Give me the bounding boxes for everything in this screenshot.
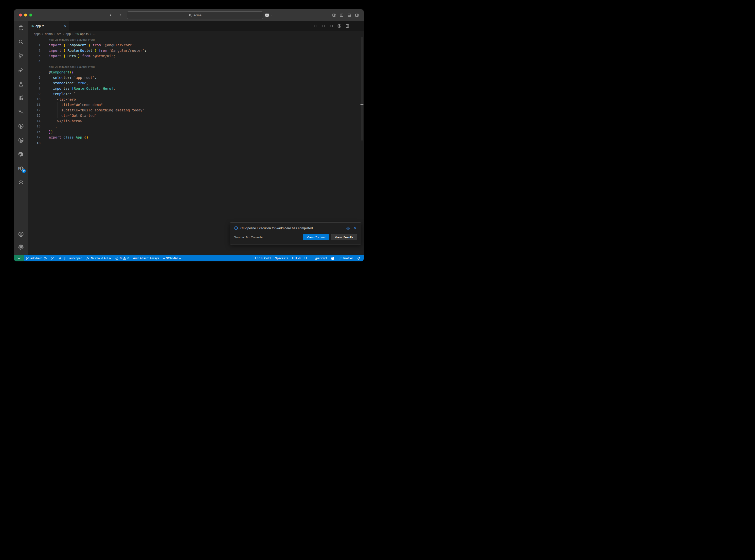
code-line-9[interactable]: 9 template: ` — [28, 91, 360, 97]
toggle-primary-sidebar-icon[interactable] — [339, 13, 344, 17]
blame-annotation[interactable]: You, 26 minutes ago | 1 author (You) — [28, 37, 360, 42]
breadcrumb-separator: › — [42, 32, 43, 36]
view-results-button[interactable]: View Results — [331, 234, 357, 240]
circle-dash-icon[interactable] — [321, 24, 326, 28]
status-item-commit-graph[interactable] — [49, 255, 56, 261]
double-check-icon — [339, 257, 342, 260]
activity-item-edge-tools[interactable] — [14, 147, 28, 161]
customize-layout-icon[interactable] — [332, 13, 336, 17]
tab-label: app.ts — [36, 24, 44, 28]
close-window-button[interactable] — [19, 14, 22, 17]
code-line-3[interactable]: 3import { Hero } from '@acme/ui'; — [28, 53, 360, 59]
zoom-window-button[interactable] — [29, 14, 32, 17]
git-branch-icon — [26, 257, 29, 260]
activity-item-nx-console[interactable]: N❯2 — [14, 161, 28, 175]
blame-annotation[interactable]: You, 26 minutes ago | 1 author (You) — [28, 64, 360, 69]
code-line-12[interactable]: 12 subtitle="Build something amazing tod… — [28, 107, 360, 113]
code-line-8[interactable]: 8 imports: [RouterOutlet, Hero], — [28, 86, 360, 91]
status-item-launchpad[interactable]: Launchpad — [56, 255, 84, 261]
circle-arrow-right-icon[interactable] — [330, 24, 334, 28]
tab-app-ts[interactable]: TS app.ts × — [28, 21, 69, 31]
rocket-icon — [58, 257, 62, 260]
code-line-2[interactable]: 2import { RouterOutlet } from '@angular/… — [28, 48, 360, 53]
typescript-file-icon: TS — [30, 24, 34, 27]
code-line-6[interactable]: 6 selector: 'app-root', — [28, 75, 360, 80]
activity-item-commit-graph[interactable] — [14, 119, 28, 133]
toggle-secondary-sidebar-icon[interactable] — [355, 13, 359, 17]
notification-close-icon[interactable] — [353, 226, 357, 230]
line-number: 16 — [28, 129, 40, 135]
status-item-nx-cloud-ai-fix[interactable]: Nx Cloud AI Fix — [84, 255, 113, 261]
code-line-1[interactable]: 1import { Component } from '@angular/cor… — [28, 42, 360, 48]
commit-graph-circle-icon[interactable] — [337, 24, 341, 28]
activity-item-search[interactable] — [14, 35, 28, 49]
command-center-search[interactable]: acme — [127, 11, 263, 19]
breadcrumb-separator: › — [54, 32, 55, 36]
code-line-15[interactable]: 15 `, — [28, 124, 360, 129]
activity-item-source-control[interactable] — [14, 49, 28, 63]
activity-item-settings-gear[interactable] — [14, 241, 28, 253]
status-item-notifications[interactable] — [355, 255, 362, 261]
status-item-copilot[interactable] — [329, 255, 337, 261]
code-text: @Component({ — [49, 69, 74, 75]
code-line-17[interactable]: 17export class App {} — [28, 135, 360, 140]
code-line-5[interactable]: 5@Component({ — [28, 69, 360, 75]
view-commit-button[interactable]: View Commit — [303, 234, 329, 240]
code-line-4[interactable]: 4 — [28, 59, 360, 64]
status-item-eol[interactable]: LF — [302, 255, 310, 261]
code-line-14[interactable]: 14 ></lib-hero> — [28, 118, 360, 124]
minimize-window-button[interactable] — [24, 14, 27, 17]
tab-close-icon[interactable]: × — [64, 24, 66, 28]
toggle-panel-icon[interactable] — [347, 13, 351, 17]
status-item-encoding[interactable]: UTF-8 — [290, 255, 302, 261]
status-item-branch[interactable]: add-hero — [24, 255, 49, 261]
breadcrumb-separator: › — [63, 32, 64, 36]
activity-item-containers[interactable] — [14, 175, 28, 189]
line-number: 9 — [28, 91, 40, 97]
activity-item-project-graph[interactable] — [14, 105, 28, 119]
breadcrumb-item-apps[interactable]: apps — [34, 32, 40, 36]
editor-actions — [314, 21, 357, 31]
status-item-cursor-position[interactable]: Ln 18, Col 1 — [253, 255, 273, 261]
breadcrumb-item-src[interactable]: src — [57, 32, 61, 36]
code-line-10[interactable]: 10 <lib-hero — [28, 97, 360, 102]
breadcrumb: apps›demo›src›app›TSapp.ts›... — [28, 31, 364, 37]
breadcrumb-item-appts[interactable]: TSapp.ts — [75, 32, 88, 36]
code-line-7[interactable]: 7 standalone: true, — [28, 80, 360, 86]
status-item-auto-attach[interactable]: Auto Attach: Always — [131, 255, 161, 261]
remote-indicator[interactable]: >< — [14, 255, 24, 261]
activity-item-testing[interactable] — [14, 77, 28, 91]
notification-settings-gear-icon[interactable] — [346, 226, 350, 230]
scrollbar-slider[interactable] — [361, 37, 363, 140]
plug-icon — [63, 257, 66, 260]
line-number: 2 — [28, 48, 40, 53]
code-line-11[interactable]: 11 title="Welcmoe demo" — [28, 102, 360, 107]
activity-item-gitlens-search[interactable] — [14, 133, 28, 147]
code-text: template: ` — [49, 91, 76, 97]
status-item-prettier[interactable]: Prettier — [337, 255, 355, 261]
activity-item-explorer[interactable] — [14, 21, 28, 35]
explorer-icon — [18, 25, 24, 31]
status-item-vim-mode[interactable]: -- NORMAL -- — [161, 255, 183, 261]
split-editor-icon[interactable] — [345, 24, 350, 28]
code-line-18[interactable]: 18 — [28, 140, 360, 146]
activity-item-run-debug[interactable] — [14, 63, 28, 77]
code-line-16[interactable]: 16}) — [28, 129, 360, 135]
breadcrumb-item-demo[interactable]: demo — [45, 32, 53, 36]
circle-arrow-left-icon[interactable] — [314, 24, 318, 28]
code-line-13[interactable]: 13 cta="Get Started" — [28, 113, 360, 118]
status-item-problems[interactable]: 00 — [113, 255, 131, 261]
breadcrumb-item-[interactable]: ... — [93, 32, 95, 36]
ellipsis-icon[interactable] — [353, 24, 357, 28]
settings-gear-icon — [18, 244, 24, 250]
status-item-language[interactable]: TypeScript — [310, 255, 329, 261]
status-item-indentation[interactable]: Spaces: 2 — [273, 255, 290, 261]
forward-arrow-icon[interactable] — [118, 13, 122, 17]
line-number: 5 — [28, 69, 40, 75]
back-arrow-icon[interactable] — [109, 13, 114, 17]
activity-item-extensions[interactable] — [14, 91, 28, 105]
activity-item-account[interactable] — [14, 228, 28, 241]
breadcrumb-item-app[interactable]: app — [65, 32, 71, 36]
copilot-menu[interactable] — [264, 9, 273, 21]
tab-bar: TS app.ts × — [28, 21, 364, 31]
